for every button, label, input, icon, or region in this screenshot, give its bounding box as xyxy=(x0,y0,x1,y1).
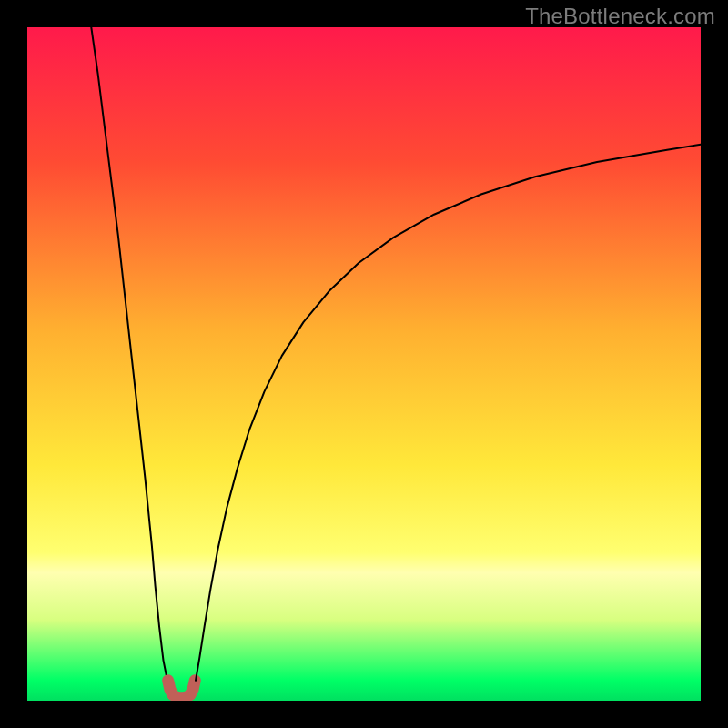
gradient-background xyxy=(27,27,701,701)
chart-frame: TheBottleneck.com xyxy=(0,0,728,728)
chart-plot xyxy=(27,27,701,701)
watermark-text: TheBottleneck.com xyxy=(525,4,715,29)
